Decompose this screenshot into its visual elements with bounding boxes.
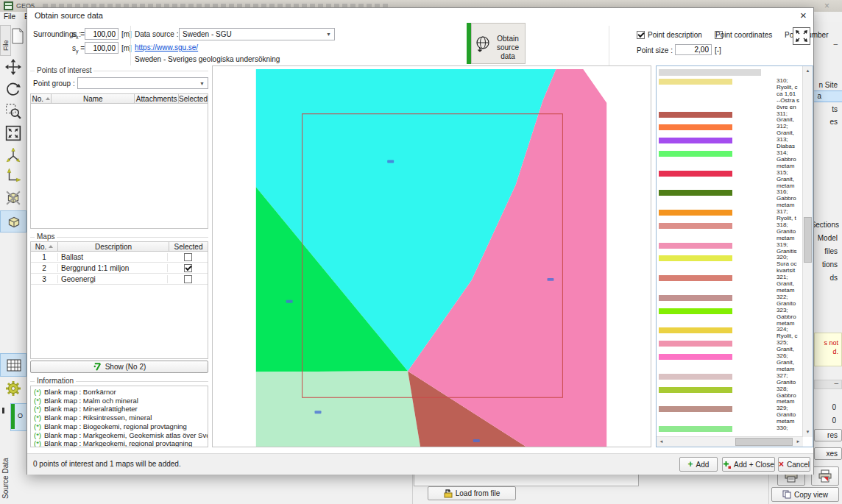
sx-input[interactable] bbox=[85, 28, 118, 40]
legend-vscrollbar[interactable]: ▲ ▼ bbox=[802, 66, 813, 437]
cancel-button[interactable]: × Cancel bbox=[778, 457, 810, 472]
scroll-down-icon[interactable]: ▼ bbox=[803, 427, 813, 437]
nav-item-sections[interactable]: Sections bbox=[811, 221, 839, 229]
scroll-left-icon[interactable]: ◄ bbox=[657, 437, 666, 447]
copy-icon bbox=[782, 490, 791, 499]
information-line: (*) Blank map : Biogeokemi, regional pro… bbox=[34, 422, 208, 431]
fit-to-screen-icon[interactable] bbox=[5, 125, 21, 141]
nav-item-tions[interactable]: tions bbox=[822, 260, 838, 269]
nav-item-files[interactable]: files bbox=[824, 247, 838, 255]
legend-entry-text: 319; Granitis bbox=[776, 242, 803, 255]
print-marked-button[interactable] bbox=[811, 466, 839, 486]
obtain-source-data-button[interactable]: Obtain source data bbox=[471, 23, 526, 64]
bottom-text-field[interactable] bbox=[414, 473, 639, 486]
blank-map-star: (*) bbox=[34, 422, 41, 431]
legend-entry-text: 323; Gabbro metam bbox=[776, 308, 803, 327]
blank-map-star: (*) bbox=[34, 397, 41, 405]
zoom-region-icon[interactable] bbox=[5, 103, 21, 119]
point-description-checkbox[interactable] bbox=[637, 31, 645, 39]
legend-entry: 328; Gabbro metam bbox=[659, 386, 804, 406]
panel-value-1: 0 bbox=[832, 403, 836, 411]
vscroll-thumb[interactable] bbox=[804, 217, 812, 263]
legend-color-bar bbox=[659, 308, 732, 314]
legend-hscrollbar[interactable]: ◄ ► bbox=[657, 436, 803, 447]
legend-entry-text: 318; Granito metam bbox=[776, 222, 803, 242]
legend-entry: 325; Granit, bbox=[659, 340, 804, 353]
tiny-indicator bbox=[2, 408, 4, 414]
legend-entry: 319; Granitis bbox=[659, 242, 804, 255]
hide-model-icon[interactable] bbox=[5, 190, 21, 206]
map-selected-checkbox[interactable] bbox=[184, 275, 192, 283]
axes-corner-icon[interactable] bbox=[5, 168, 21, 184]
map-label-mark bbox=[473, 439, 480, 442]
information-line: (*) Blank map : Markgeokemi, regional pr… bbox=[34, 439, 208, 447]
information-line: (*) Blank map : Mineralrättigheter bbox=[34, 405, 208, 414]
sort-asc-icon[interactable] bbox=[49, 245, 53, 248]
scroll-up-icon[interactable]: ▲ bbox=[803, 66, 813, 76]
copy-view-button[interactable]: Copy view bbox=[771, 487, 839, 502]
legend-entry: 321; Granit, metam bbox=[659, 274, 804, 294]
nav-item-selected[interactable]: a bbox=[814, 90, 842, 102]
sy-input[interactable] bbox=[85, 42, 118, 54]
map-selected-checkbox[interactable] bbox=[184, 253, 192, 261]
app-close-icon[interactable]: × bbox=[824, 1, 829, 11]
nav-item-model[interactable]: Model bbox=[818, 234, 838, 242]
file-tab[interactable]: File bbox=[0, 25, 11, 56]
map-selected-checkbox[interactable] bbox=[184, 264, 192, 272]
app-logo-icon bbox=[4, 1, 13, 10]
map-label-mark bbox=[387, 160, 394, 163]
nav-item-ds[interactable]: ds bbox=[829, 274, 838, 282]
legend-entry-text: 317; Ryolit, t bbox=[776, 209, 803, 222]
legend-entry-text: 315; Granit, metam bbox=[776, 170, 803, 190]
point-size-input[interactable] bbox=[675, 44, 712, 55]
legend-entry-text: 316; Gabbro metam bbox=[776, 189, 803, 209]
points-table-body[interactable] bbox=[30, 104, 208, 229]
blank-map-star: (*) bbox=[34, 405, 41, 414]
button-xes-fragment[interactable]: xes bbox=[814, 447, 842, 460]
add-close-button[interactable]: Add + Close bbox=[722, 457, 775, 472]
nav-item-site[interactable]: n Site bbox=[818, 81, 838, 89]
menu-file[interactable]: File bbox=[4, 13, 15, 21]
information-text: Blank map : Markgeokemi, regional provta… bbox=[44, 439, 192, 447]
grid-tool-selected[interactable] bbox=[0, 353, 26, 377]
data-source-select[interactable]: Sweden - SGU ▼ bbox=[179, 28, 335, 40]
hscroll-thumb[interactable] bbox=[735, 438, 793, 446]
source-data-frame-button[interactable]: O bbox=[10, 403, 28, 431]
nav-item-ts[interactable]: ts bbox=[832, 105, 838, 113]
fullscreen-button[interactable] bbox=[793, 27, 810, 45]
data-source-label: Data source : bbox=[135, 30, 178, 38]
panel-section-header[interactable]: – bbox=[814, 380, 842, 389]
points-of-interest-group-label: Points of interest bbox=[35, 66, 93, 74]
sort-asc-icon[interactable] bbox=[46, 97, 50, 100]
nav-item-es[interactable]: es bbox=[829, 118, 838, 126]
blank-map-star: (*) bbox=[34, 439, 41, 447]
maps-table-row[interactable]: 1 Ballast bbox=[31, 252, 208, 263]
axes-3d-icon[interactable] bbox=[5, 147, 21, 163]
settings-gear-icon[interactable] bbox=[4, 380, 22, 397]
maps-table-row[interactable]: 3 Geoenergi bbox=[31, 274, 208, 285]
legend-entry-text: 329; Granito metam bbox=[776, 405, 803, 425]
new-document-icon[interactable] bbox=[11, 28, 24, 44]
button-res-fragment[interactable]: res bbox=[814, 429, 842, 441]
left-toolbar: File bbox=[0, 22, 27, 504]
maps-table-row[interactable]: 2 Berggrund 1:1 miljon bbox=[31, 263, 208, 274]
show-model-selected[interactable] bbox=[0, 210, 26, 233]
legend-entry: 310; Ryolit, c ca 1,61 --Östra s övre en bbox=[659, 78, 804, 111]
legend-color-bar bbox=[659, 295, 732, 301]
point-group-select[interactable]: ▼ bbox=[77, 77, 208, 89]
panel-collapse[interactable]: – bbox=[833, 40, 838, 48]
information-group-label: Information bbox=[35, 377, 76, 385]
pan-icon[interactable] bbox=[5, 59, 21, 75]
source-data-tab[interactable]: Source Data bbox=[1, 458, 10, 499]
sgu-link[interactable]: https://www.sgu.se/ bbox=[135, 43, 198, 52]
scroll-right-icon[interactable]: ► bbox=[793, 437, 803, 447]
rotate-icon[interactable] bbox=[5, 81, 21, 97]
legend-color-bar bbox=[659, 151, 732, 157]
load-from-file-button[interactable]: Load from file bbox=[428, 486, 516, 500]
map-canvas[interactable] bbox=[212, 65, 651, 447]
show-map-button[interactable]: Show (No 2) bbox=[30, 361, 208, 373]
add-button[interactable]: + Add bbox=[679, 457, 718, 472]
dialog-close-icon[interactable]: × bbox=[800, 9, 807, 21]
legend-entry-text: 310; Ryolit, c ca 1,61 --Östra s övre en bbox=[776, 78, 803, 111]
maps-group-label: Maps bbox=[35, 233, 57, 241]
